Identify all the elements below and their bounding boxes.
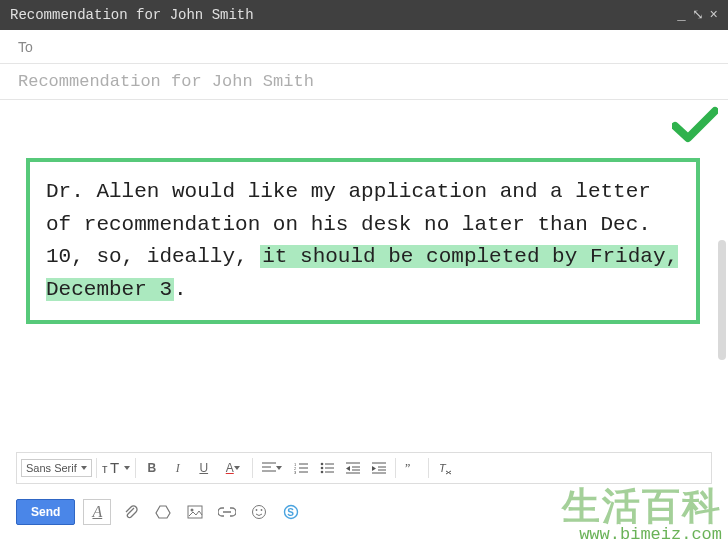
svg-marker-21 <box>346 466 350 471</box>
action-bar: Send A S <box>16 490 712 534</box>
svg-marker-31 <box>156 506 170 518</box>
divider <box>96 458 97 478</box>
svg-text:3: 3 <box>294 470 297 474</box>
indent-more-button[interactable] <box>367 456 391 480</box>
svg-text:”: ” <box>405 462 410 474</box>
window-title-bar: Recommendation for John Smith _ ⤡ × <box>0 0 728 30</box>
svg-point-34 <box>253 506 266 519</box>
svg-point-11 <box>320 463 323 466</box>
divider <box>252 458 253 478</box>
window-controls: _ ⤡ × <box>677 8 718 22</box>
font-family-value: Sans Serif <box>26 462 77 474</box>
svg-point-35 <box>256 509 258 511</box>
remove-formatting-button[interactable]: T <box>433 456 457 480</box>
font-family-select[interactable]: Sans Serif <box>21 459 92 477</box>
attach-file-icon[interactable] <box>119 500 143 524</box>
svg-text:T: T <box>110 460 119 476</box>
minimize-icon[interactable]: _ <box>677 8 685 22</box>
font-size-button[interactable]: тT <box>101 456 131 480</box>
svg-text:S: S <box>288 507 295 518</box>
to-label: To <box>18 39 33 55</box>
italic-button[interactable]: I <box>166 456 190 480</box>
bulleted-list-button[interactable] <box>315 456 339 480</box>
numbered-list-button[interactable]: 123 <box>289 456 313 480</box>
chevron-down-icon <box>81 466 87 470</box>
svg-point-13 <box>320 471 323 474</box>
body-text-after: . <box>174 278 187 301</box>
send-button[interactable]: Send <box>16 499 75 525</box>
indent-less-button[interactable] <box>341 456 365 480</box>
window-title: Recommendation for John Smith <box>10 7 677 23</box>
svg-point-12 <box>320 467 323 470</box>
format-toolbar: Sans Serif тT B I U A 123 ” T <box>16 452 712 484</box>
chevron-down-icon <box>234 466 240 470</box>
svg-text:т: т <box>102 462 108 476</box>
insert-link-icon[interactable] <box>215 500 239 524</box>
divider <box>428 458 429 478</box>
bold-button[interactable]: B <box>140 456 164 480</box>
align-button[interactable] <box>257 456 287 480</box>
skype-icon[interactable]: S <box>279 500 303 524</box>
message-body[interactable]: Dr. Allen would like my application and … <box>0 100 728 452</box>
underline-button[interactable]: U <box>192 456 216 480</box>
restore-icon[interactable]: ⤡ <box>692 8 704 22</box>
chevron-down-icon <box>124 466 130 470</box>
scrollbar-thumb[interactable] <box>718 240 726 360</box>
divider <box>395 458 396 478</box>
svg-text:T: T <box>439 462 447 474</box>
formatting-toggle-button[interactable]: A <box>83 499 111 525</box>
highlighted-passage: Dr. Allen would like my application and … <box>26 158 700 324</box>
insert-emoji-icon[interactable] <box>247 500 271 524</box>
subject-field[interactable]: Recommendation for John Smith <box>0 64 728 100</box>
svg-marker-26 <box>372 466 376 471</box>
divider <box>135 458 136 478</box>
checkmark-icon <box>672 106 718 144</box>
subject-placeholder: Recommendation for John Smith <box>18 72 314 91</box>
insert-drive-icon[interactable] <box>151 500 175 524</box>
chevron-down-icon <box>276 466 282 470</box>
quote-button[interactable]: ” <box>400 456 424 480</box>
to-field[interactable]: To <box>0 30 728 64</box>
svg-point-33 <box>191 509 194 512</box>
close-icon[interactable]: × <box>710 8 718 22</box>
insert-photo-icon[interactable] <box>183 500 207 524</box>
svg-point-36 <box>261 509 263 511</box>
text-color-button[interactable]: A <box>218 456 248 480</box>
